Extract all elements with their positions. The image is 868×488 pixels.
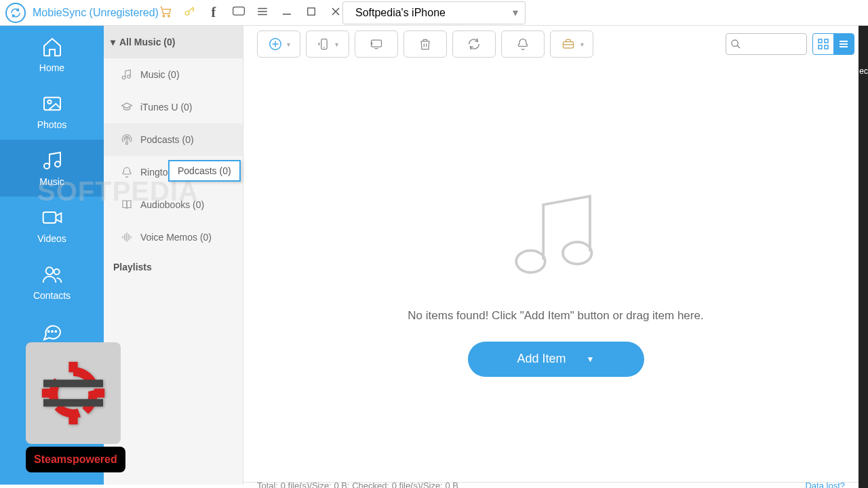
music-large-icon (505, 191, 607, 289)
svg-rect-55 (42, 388, 52, 397)
svg-point-24 (126, 138, 128, 140)
category-music[interactable]: Music (0) (104, 58, 243, 91)
messages-icon (41, 320, 64, 343)
svg-point-23 (127, 75, 131, 79)
category-audiobooks[interactable]: Audiobooks (0) (104, 188, 243, 221)
graduation-icon (120, 100, 134, 114)
delete-button[interactable] (403, 30, 447, 58)
sidebar-item-label: Home (39, 62, 64, 73)
all-music-label: All Music (0) (119, 37, 175, 47)
svg-point-41 (732, 40, 738, 46)
titlebar: MobieSync (Unregistered) Softpedia's iPh… (0, 0, 868, 26)
svg-point-0 (163, 15, 165, 16)
app-logo (5, 3, 26, 23)
grid-view-button[interactable] (813, 34, 833, 54)
key-icon[interactable] (183, 5, 195, 20)
category-label: Podcasts (0) (140, 134, 194, 145)
home-icon (41, 35, 64, 58)
ringtone-button[interactable] (501, 30, 545, 58)
search-icon (730, 39, 741, 49)
right-edge-text: ec (859, 66, 868, 76)
category-podcasts[interactable]: Podcasts (0) (104, 123, 243, 156)
sidebar-item-label: Contacts (33, 290, 71, 301)
status-left: Total: 0 file(s)/Size: 0 B; Checked: 0 f… (257, 481, 458, 489)
menu-icon[interactable] (256, 5, 269, 20)
category-label: Audiobooks (0) (140, 199, 204, 210)
chevron-down-icon: ▾ (513, 6, 518, 19)
waveform-icon (120, 230, 134, 244)
svg-point-14 (55, 161, 60, 167)
sidebar-item-photos[interactable]: Photos (0, 83, 104, 140)
svg-point-16 (45, 267, 53, 274)
playlists-header[interactable]: Playlists (104, 253, 243, 281)
right-edge-strip: ec (859, 26, 868, 488)
toolbox-button[interactable]: ▾ (550, 30, 593, 58)
svg-rect-45 (818, 45, 822, 49)
add-item-button[interactable]: Add Item ▼ (468, 342, 644, 377)
device-name: Softpedia's iPhone (355, 7, 446, 19)
search-box[interactable] (726, 33, 807, 55)
category-label: Voice Memos (0) (140, 232, 212, 243)
book-icon (120, 198, 134, 211)
toolbar: ▾ ▾ ▾ (243, 26, 868, 62)
photos-icon (41, 92, 64, 115)
category-itunes-u[interactable]: iTunes U (0) (104, 91, 243, 123)
category-voice-memos[interactable]: Voice Memos (0) (104, 221, 243, 253)
export-to-pc-button[interactable] (355, 30, 398, 58)
sidebar-item-videos[interactable]: Videos (0, 197, 104, 253)
list-view-button[interactable] (833, 34, 854, 54)
data-lost-link[interactable]: Data lost? (805, 481, 845, 489)
sidebar-item-music[interactable]: Music (0, 140, 104, 197)
contacts-icon (41, 263, 64, 286)
svg-line-42 (737, 45, 740, 48)
svg-point-12 (47, 100, 51, 104)
svg-rect-3 (233, 7, 245, 15)
empty-message: No items found! Click "Add Item" button … (408, 309, 703, 323)
app-title: MobieSync (Unregistered) (33, 7, 159, 19)
sidebar-item-label: Music (39, 176, 64, 187)
all-music-header[interactable]: ▾ All Music (0) (104, 26, 243, 58)
videos-icon (41, 206, 64, 229)
svg-point-19 (52, 331, 53, 332)
svg-rect-8 (308, 7, 315, 15)
titlebar-right-icons: f (159, 5, 342, 21)
close-icon[interactable] (330, 6, 342, 20)
svg-rect-11 (44, 98, 60, 110)
main-area: Home Photos Music Videos Contacts Messag… (0, 26, 868, 485)
svg-point-2 (185, 11, 189, 15)
maximize-icon[interactable] (305, 7, 317, 19)
chevron-down-icon: ▾ (335, 41, 338, 48)
svg-rect-52 (68, 362, 77, 372)
minimize-icon[interactable] (281, 6, 293, 20)
feedback-icon[interactable] (232, 5, 244, 20)
svg-rect-43 (818, 39, 822, 43)
music-categories-panel: ▾ All Music (0) Music (0) iTunes U (0) P… (104, 26, 243, 485)
svg-rect-57 (43, 399, 103, 407)
facebook-icon[interactable]: f (208, 5, 220, 20)
add-button[interactable]: ▾ (257, 30, 300, 58)
status-bar: Total: 0 file(s)/Size: 0 B; Checked: 0 f… (243, 482, 859, 488)
svg-point-22 (122, 76, 125, 79)
svg-point-20 (55, 331, 56, 332)
tooltip: Podcasts (0) (168, 160, 241, 182)
svg-rect-46 (825, 45, 828, 49)
podcast-icon (120, 133, 134, 146)
svg-point-13 (44, 163, 50, 169)
chevron-down-icon: ▾ (580, 41, 584, 48)
svg-rect-56 (43, 380, 103, 387)
export-to-device-button[interactable]: ▾ (306, 30, 349, 58)
search-input[interactable] (745, 39, 793, 49)
sidebar-item-label: Photos (37, 119, 67, 130)
svg-point-18 (47, 331, 49, 332)
svg-rect-35 (372, 40, 382, 47)
sidebar-item-contacts[interactable]: Contacts (0, 253, 104, 310)
cart-icon[interactable] (159, 5, 171, 21)
music-note-icon (120, 68, 134, 81)
device-selector[interactable]: Softpedia's iPhone ▾ (342, 1, 526, 24)
refresh-button[interactable] (452, 30, 496, 58)
chevron-down-icon: ▾ (287, 41, 290, 48)
add-item-label: Add Item (517, 352, 566, 366)
collapse-icon: ▾ (111, 37, 115, 47)
svg-rect-54 (68, 414, 77, 424)
sidebar-item-home[interactable]: Home (0, 26, 104, 83)
